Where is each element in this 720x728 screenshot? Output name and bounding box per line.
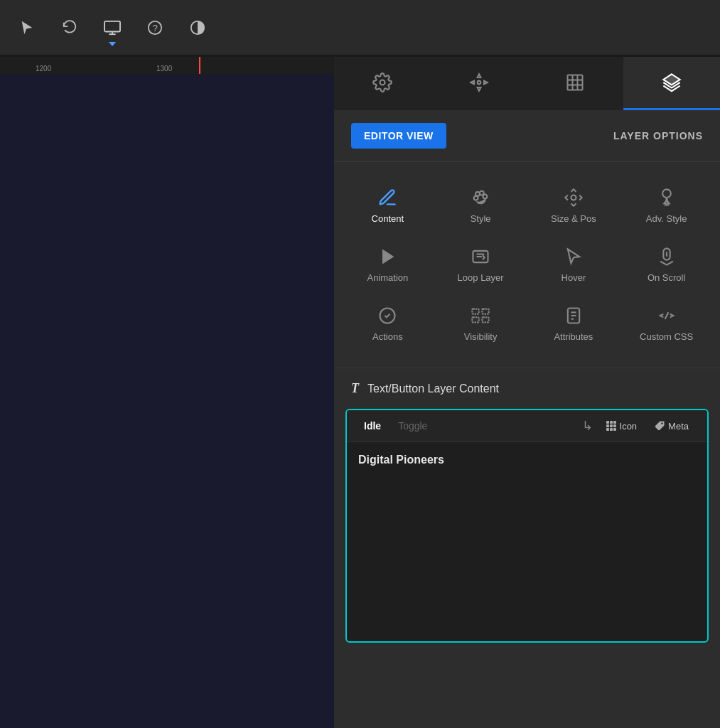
svg-rect-31 bbox=[606, 421, 609, 424]
grid-item-visibility[interactable]: Visibility bbox=[434, 294, 527, 353]
cursor-tool[interactable] bbox=[14, 15, 40, 41]
grid-item-adv-style[interactable]: Adv. Style bbox=[620, 176, 713, 235]
meta-button[interactable]: Meta bbox=[647, 417, 696, 434]
svg-rect-24 bbox=[472, 317, 478, 322]
grid-item-custom-css[interactable]: Custom CSS bbox=[620, 294, 713, 353]
svg-rect-23 bbox=[482, 309, 488, 314]
content-box: Idle Toggle ↳ bbox=[345, 409, 709, 643]
svg-rect-36 bbox=[613, 424, 616, 427]
svg-rect-25 bbox=[482, 317, 488, 322]
svg-rect-22 bbox=[472, 309, 478, 314]
icon-button-label: Icon bbox=[620, 421, 638, 432]
grid-item-size-pos[interactable]: Size & Pos bbox=[527, 176, 620, 235]
grid-label-size-pos: Size & Pos bbox=[551, 213, 596, 224]
grid-label-loop-layer: Loop Layer bbox=[458, 272, 504, 283]
grid-item-attributes[interactable]: Attributes bbox=[527, 294, 620, 353]
section-title: T Text/Button Layer Content bbox=[334, 368, 720, 409]
main-content: 1200 1300 bbox=[0, 57, 720, 728]
grid-item-hover[interactable]: Hover bbox=[527, 235, 620, 294]
svg-rect-37 bbox=[606, 428, 609, 431]
svg-rect-39 bbox=[613, 428, 616, 431]
grid-item-on-scroll[interactable]: On Scroll bbox=[620, 235, 713, 294]
grid-label-actions: Actions bbox=[372, 331, 403, 342]
ruler: 1200 1300 bbox=[0, 57, 334, 74]
tab-toggle[interactable]: Toggle bbox=[392, 417, 433, 434]
content-box-tabs: Idle Toggle ↳ bbox=[347, 410, 707, 442]
svg-rect-34 bbox=[606, 424, 609, 427]
grid-label-on-scroll: On Scroll bbox=[648, 272, 685, 283]
content-text-area[interactable]: Digital Pioneers bbox=[347, 442, 707, 641]
grid-label-hover: Hover bbox=[562, 272, 586, 283]
svg-rect-8 bbox=[568, 75, 583, 90]
grid-label-attributes: Attributes bbox=[554, 331, 593, 342]
svg-marker-19 bbox=[382, 250, 394, 264]
svg-line-30 bbox=[665, 312, 668, 318]
svg-point-7 bbox=[477, 81, 480, 85]
tab-media[interactable] bbox=[527, 57, 624, 110]
svg-point-15 bbox=[483, 194, 488, 198]
arrow-redirect-icon[interactable]: ↳ bbox=[582, 418, 593, 434]
ruler-mark-1300: 1300 bbox=[156, 65, 172, 73]
panel-tabs bbox=[334, 57, 720, 110]
toolbar: ? bbox=[0, 0, 720, 57]
svg-rect-35 bbox=[610, 424, 613, 427]
undo-tool[interactable] bbox=[57, 15, 82, 41]
grid-item-style[interactable]: Style bbox=[434, 176, 527, 235]
monitor-tool[interactable] bbox=[100, 15, 125, 41]
grid-item-actions[interactable]: Actions bbox=[341, 294, 434, 353]
svg-point-40 bbox=[661, 422, 662, 424]
contrast-tool[interactable] bbox=[185, 15, 210, 41]
tab-idle[interactable]: Idle bbox=[358, 417, 387, 434]
svg-text:?: ? bbox=[153, 22, 158, 33]
grid-dots-icon bbox=[606, 420, 617, 432]
tab-settings[interactable] bbox=[334, 57, 431, 110]
svg-rect-32 bbox=[610, 421, 613, 424]
icon-button[interactable]: Icon bbox=[598, 417, 645, 434]
grid-label-custom-css: Custom CSS bbox=[640, 331, 693, 342]
grid-label-adv-style: Adv. Style bbox=[646, 213, 687, 224]
layer-options-label: LAYER OPTIONS bbox=[613, 130, 703, 141]
grid-label-visibility: Visibility bbox=[464, 331, 498, 342]
ruler-mark-1200: 1200 bbox=[36, 65, 51, 73]
svg-point-17 bbox=[474, 196, 478, 200]
grid-item-animation[interactable]: Animation bbox=[341, 235, 434, 294]
tab-move[interactable] bbox=[431, 57, 527, 110]
panel-content: EDITOR VIEW LAYER OPTIONS Content bbox=[334, 110, 720, 728]
meta-button-label: Meta bbox=[668, 421, 689, 432]
grid-item-content[interactable]: Content bbox=[341, 176, 434, 235]
text-icon: T bbox=[351, 381, 359, 396]
grid-label-style: Style bbox=[471, 213, 491, 224]
tab-layers[interactable] bbox=[623, 57, 720, 110]
svg-rect-38 bbox=[610, 428, 613, 431]
tag-icon bbox=[654, 420, 665, 432]
ruler-red-line bbox=[199, 57, 200, 74]
svg-rect-0 bbox=[104, 21, 120, 31]
panel-header: EDITOR VIEW LAYER OPTIONS bbox=[334, 110, 720, 162]
svg-point-18 bbox=[571, 196, 576, 200]
grid-label-animation: Animation bbox=[367, 272, 408, 283]
svg-rect-33 bbox=[613, 421, 616, 424]
right-panel: EDITOR VIEW LAYER OPTIONS Content bbox=[334, 57, 720, 728]
svg-point-6 bbox=[380, 80, 385, 85]
icon-grid: Content Style bbox=[334, 162, 720, 368]
help-tool[interactable]: ? bbox=[142, 15, 168, 41]
grid-label-content: Content bbox=[372, 213, 404, 224]
editor-view-button[interactable]: EDITOR VIEW bbox=[351, 123, 446, 149]
section-title-text: Text/Button Layer Content bbox=[367, 382, 499, 395]
grid-item-loop-layer[interactable]: Loop Layer bbox=[434, 235, 527, 294]
content-text: Digital Pioneers bbox=[358, 454, 444, 466]
